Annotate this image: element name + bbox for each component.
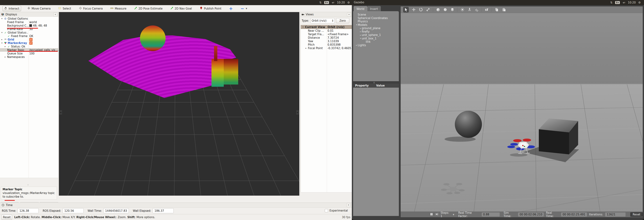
remove-tool-button[interactable]: −▼ (239, 7, 249, 11)
translate-mode-icon[interactable] (412, 8, 416, 12)
expand-arrow-icon[interactable]: ▾ (359, 37, 362, 40)
view-property-row[interactable]: Target Fra...<Fixed Frame> (301, 33, 352, 36)
view-property-row[interactable]: Pitch0.835398 (301, 43, 352, 46)
expand-arrow-icon[interactable]: ▾ (302, 26, 304, 28)
tab-insert[interactable]: Insert (367, 6, 381, 12)
view-property-row[interactable]: Distance7.30724 (301, 36, 352, 39)
expand-arrow-icon[interactable]: ▸ (359, 27, 362, 30)
display-row[interactable]: Background C...48; 48; 48 (0, 24, 58, 27)
ros-elapsed-field[interactable]: 120.56 (62, 208, 84, 213)
tool-measure[interactable]: Measure (109, 6, 128, 11)
tree-item-spherical-coordinates[interactable]: Spherical Coordinates (354, 17, 399, 20)
insert-cylinder-icon[interactable] (450, 8, 454, 12)
keyboard-layout-indicator[interactable]: En (615, 1, 620, 4)
expand-arrow-icon[interactable]: ▸ (4, 56, 6, 58)
firefly-drone[interactable] (507, 135, 538, 160)
step-button[interactable] (435, 213, 438, 216)
tool-focus-camera[interactable]: Focus Camera (78, 6, 104, 11)
wall-elapsed-field[interactable]: 186.37 (152, 208, 174, 213)
enabled-checkbox[interactable]: ✓ (29, 38, 32, 41)
expand-arrow-icon[interactable]: ▸ (4, 45, 6, 48)
sim-time-field[interactable]: 00 00:02:06.210 (518, 212, 544, 216)
pause-button[interactable] (430, 213, 433, 216)
expand-arrow-icon[interactable]: ▾ (1, 18, 3, 20)
sound-muted-icon[interactable]: ◀✕ (332, 1, 334, 4)
clock[interactable]: 10:20 (337, 1, 345, 4)
expand-arrow-icon[interactable]: ▾ (1, 42, 3, 44)
view-property-row[interactable]: ▾Current ViewOrbit (rviz) (301, 25, 352, 29)
expand-arrow-icon[interactable]: ▸ (305, 47, 307, 49)
gazebo-3d-viewport[interactable]: Steps: 1 ▼ Real Time Factor: 0.88 Sim Ti… (401, 7, 643, 217)
tool-2d-nav-goal[interactable]: 2D Nav Goal (169, 6, 194, 11)
clock[interactable]: 10:20 (628, 1, 636, 4)
panel-collapse-right-icon[interactable]: ▸ (296, 110, 299, 115)
view-type-dropdown[interactable]: Orbit (rviz) ▲▼ (310, 18, 334, 23)
view-property-row[interactable]: ▸Focal Point-0.33742; 0.4605... (301, 46, 352, 50)
ros-time-field[interactable]: 126.38 (18, 208, 38, 213)
display-row[interactable]: ▸Namespaces (0, 55, 58, 59)
expand-arrow-icon[interactable]: ▾ (355, 24, 358, 26)
panel-collapse-left-icon[interactable]: ◂ (59, 110, 62, 115)
enabled-checkbox[interactable]: ✓ (29, 41, 32, 45)
expand-arrow-icon[interactable]: ▸ (359, 30, 362, 33)
directional-light-icon[interactable] (474, 8, 479, 12)
add-tool-button[interactable]: + (228, 7, 234, 11)
tree-item-unit-sphere-1[interactable]: ▸unit_sphere_1 (354, 33, 399, 37)
scale-mode-icon[interactable] (426, 8, 430, 12)
expand-arrow-icon[interactable]: ▸ (359, 34, 362, 36)
tree-item-models[interactable]: ▾Models (354, 23, 399, 27)
display-row[interactable]: ✓Fixed FrameOK (0, 34, 58, 38)
tool-2d-pose-estimate[interactable]: 2D Pose Estimate (133, 6, 164, 11)
tab-world[interactable]: World (354, 6, 367, 12)
tree-item-unit-box-1[interactable]: ▾unit_box_1 (354, 37, 399, 40)
session-gear-icon[interactable]: ⚙ (638, 1, 641, 4)
sound-muted-icon[interactable]: ◀✕ (622, 1, 625, 4)
view-property-row[interactable]: Near Clip ...0.01 (301, 29, 352, 33)
display-row[interactable]: ▾MarkerArray✓ (0, 41, 58, 45)
rviz-3d-viewport[interactable]: ◂ ▸ (59, 12, 299, 196)
display-row[interactable]: ▾⚙Global Options (0, 17, 58, 20)
tree-item-link[interactable]: link (354, 40, 399, 44)
tree-item-firefly[interactable]: ▸firefly (354, 30, 399, 34)
display-row[interactable]: Fixed Frameworld (0, 20, 58, 24)
select-mode-icon[interactable] (403, 7, 409, 13)
tool-publish-point[interactable]: Publish Point (198, 6, 223, 11)
close-icon[interactable]: ✕ (54, 13, 57, 17)
expand-arrow-icon[interactable]: ▸ (355, 44, 358, 46)
gazebo-scene[interactable] (401, 13, 643, 211)
close-icon[interactable]: ✕ (347, 13, 351, 17)
steps-dropdown-icon[interactable]: ▼ (453, 213, 454, 215)
expand-arrow-icon[interactable]: ▾ (1, 31, 3, 34)
copy-icon[interactable] (494, 8, 499, 12)
screenshot-icon[interactable] (484, 8, 489, 12)
tool-select[interactable]: Select (57, 6, 72, 11)
display-row[interactable]: Queue Size100 (0, 52, 58, 55)
network-icon[interactable]: ⇅ (610, 1, 612, 4)
experimental-checkbox[interactable] (325, 209, 328, 212)
tree-item-lights[interactable]: ▸Lights (354, 44, 399, 47)
display-row[interactable]: ▾✓Global Status:... (0, 31, 58, 34)
splitter-handle[interactable]: ⠿ (28, 184, 29, 186)
tree-item-physics[interactable]: Physics (354, 20, 399, 23)
display-row[interactable]: ▸Grid✓ (0, 38, 58, 41)
insert-box-icon[interactable] (436, 8, 440, 12)
reset-button[interactable]: Reset (630, 212, 643, 217)
keyboard-layout-indicator[interactable]: En (324, 1, 329, 4)
display-row[interactable]: ▸✓Status: Ok (0, 45, 58, 48)
tree-item-ground-plane[interactable]: ▸ground_plane (354, 27, 399, 30)
network-icon[interactable]: ⇅ (319, 1, 322, 4)
tool-move-camera[interactable]: Move Camera (26, 6, 52, 11)
view-property-row[interactable]: Yaw3.11039 (301, 39, 352, 43)
zero-button[interactable]: Zero (336, 18, 349, 23)
wall-time-field[interactable]: 1446456017.83 (103, 208, 129, 213)
reset-button[interactable]: Reset (2, 215, 12, 220)
close-icon[interactable]: ✕ (346, 203, 350, 207)
insert-sphere-icon[interactable] (443, 8, 447, 12)
tool-interact[interactable]: Interact (2, 6, 21, 11)
rotate-mode-icon[interactable] (418, 8, 423, 12)
session-gear-icon[interactable]: ⚙ (348, 1, 350, 4)
spot-light-icon[interactable] (467, 8, 472, 12)
iterations-field[interactable]: 12621 (605, 212, 626, 216)
paste-icon[interactable] (502, 8, 506, 12)
expand-arrow-icon[interactable]: ▸ (1, 38, 3, 41)
